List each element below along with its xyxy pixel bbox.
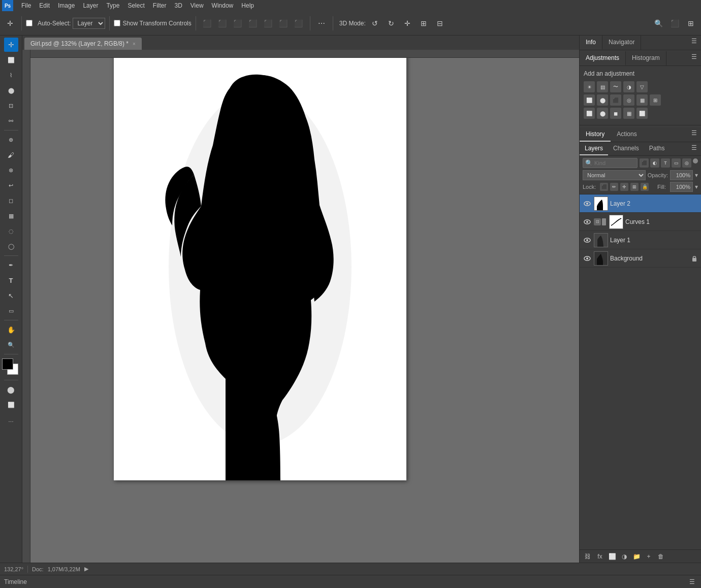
menu-type[interactable]: Type [102, 1, 123, 10]
zoom-tool[interactable]: 🔍 [4, 338, 18, 352]
blend-mode-select[interactable]: Normal Multiply Screen Overlay [583, 170, 646, 180]
threed-rotate-button[interactable]: ↺ [368, 16, 382, 30]
layer-fx-button[interactable]: fx [595, 551, 605, 562]
gradient-tool[interactable]: ▦ [4, 209, 18, 223]
info-tab[interactable]: Info [580, 36, 602, 50]
photofilter-adj-icon[interactable]: ◎ [623, 94, 634, 106]
layer-add-button[interactable]: + [644, 551, 654, 562]
adjustments-tab[interactable]: Adjustments [580, 51, 626, 66]
lasso-tool[interactable]: ⌇ [4, 68, 18, 82]
status-arrow[interactable]: ▶ [84, 566, 88, 572]
channels-tab[interactable]: Channels [608, 142, 644, 155]
eyedropper-tool[interactable]: ⚯ [4, 114, 18, 128]
layer-adjustment-button[interactable]: ◑ [619, 551, 629, 562]
opacity-input[interactable] [670, 170, 693, 180]
layer-item-curves1[interactable]: ⊡ Curves 1 [580, 213, 701, 231]
tab-close-button[interactable]: × [133, 41, 136, 47]
auto-select-dropdown[interactable]: Layer Group [73, 18, 105, 29]
lock-position-icon[interactable]: ✛ [620, 183, 628, 191]
paths-tab[interactable]: Paths [644, 142, 670, 155]
layer1-visibility-toggle[interactable] [583, 236, 592, 245]
heal-tool[interactable]: ⊕ [4, 133, 18, 147]
invert-adj-icon[interactable]: ⬜ [584, 108, 595, 119]
menu-image[interactable]: Image [54, 1, 79, 10]
stamp-tool[interactable]: ⊗ [4, 163, 18, 177]
curves-adj-icon[interactable]: 〜 [610, 81, 621, 92]
distribute-button[interactable]: ⬛ [292, 16, 306, 30]
quick-select-tool[interactable]: ⬤ [4, 83, 18, 97]
info-panel-menu-button[interactable]: ☰ [687, 36, 701, 50]
colorbalance-adj-icon[interactable]: ⬤ [597, 94, 608, 106]
levels-adj-icon[interactable]: ▤ [597, 81, 608, 92]
posterize-adj-icon[interactable]: ⬤ [597, 108, 608, 119]
threed-pan-button[interactable]: ✛ [400, 16, 415, 30]
history-tab[interactable]: History [580, 127, 611, 142]
fill-dropdown-icon[interactable]: ▾ [695, 183, 698, 190]
search-button[interactable]: 🔍 [651, 16, 665, 30]
gradient-map-adj-icon[interactable]: ▦ [623, 108, 634, 119]
layer2-visibility-toggle[interactable] [583, 199, 592, 208]
on-off-filter-icon[interactable] [693, 158, 698, 164]
align-bottom-button[interactable]: ⬛ [276, 16, 291, 30]
threed-slide-button[interactable]: ⊞ [417, 16, 431, 30]
brightness-adj-icon[interactable]: ☀ [584, 81, 595, 92]
kind-filter-input[interactable] [594, 160, 625, 166]
opacity-dropdown-icon[interactable]: ▾ [695, 172, 698, 179]
threshold-adj-icon[interactable]: ◼ [610, 108, 621, 119]
selective-color-adj-icon[interactable]: ⬜ [636, 108, 648, 119]
transform-controls-checkbox[interactable] [114, 20, 120, 26]
actions-tab[interactable]: Actions [611, 127, 643, 142]
bw-adj-icon[interactable]: ⬛ [610, 94, 621, 106]
layer-item-layer2[interactable]: Layer 2 [580, 194, 701, 213]
menu-filter[interactable]: Filter [149, 1, 171, 10]
align-top-button[interactable]: ⬛ [246, 16, 260, 30]
arrange-button[interactable]: ⬛ [667, 16, 682, 30]
align-center-v-button[interactable]: ⬛ [261, 16, 275, 30]
layers-tab[interactable]: Layers [580, 142, 608, 155]
type-filter-icon[interactable]: T [661, 158, 670, 168]
color-swatches[interactable] [2, 358, 20, 378]
document-tab[interactable]: Girl.psd @ 132% (Layer 2, RGB/8) * × [24, 38, 142, 50]
auto-select-checkbox[interactable] [26, 20, 33, 26]
adj-panel-menu-button[interactable]: ☰ [687, 51, 701, 66]
navigator-tab[interactable]: Navigator [602, 36, 641, 50]
vibrance-adj-icon[interactable]: ▽ [636, 81, 648, 92]
document-canvas[interactable]: www.yakymchuk.net [114, 54, 406, 480]
menu-edit[interactable]: Edit [35, 1, 54, 10]
quick-mask-tool[interactable]: ⬤ [4, 382, 18, 397]
dodge-tool[interactable]: ◯ [4, 239, 18, 253]
layer-mask-button[interactable]: ⬜ [607, 551, 617, 562]
pixel-filter-icon[interactable]: ⬛ [640, 158, 649, 168]
lock-all-icon[interactable]: 🔒 [641, 183, 649, 191]
background-visibility-toggle[interactable] [583, 254, 592, 263]
smart-filter-icon[interactable]: ◎ [682, 158, 691, 168]
type-tool[interactable]: T [4, 273, 18, 287]
layers-panel-menu-button[interactable]: ☰ [687, 142, 701, 155]
menu-select[interactable]: Select [123, 1, 148, 10]
channelmix-adj-icon[interactable]: ▦ [636, 94, 648, 106]
history-brush-tool[interactable]: ↩ [4, 178, 18, 192]
fill-input[interactable] [670, 182, 693, 192]
hand-tool[interactable]: ✋ [4, 322, 18, 337]
threed-scale-button[interactable]: ⊟ [433, 16, 447, 30]
shape-tool[interactable]: ▭ [4, 304, 18, 318]
crop-tool[interactable]: ⊡ [4, 99, 18, 113]
lock-image-icon[interactable]: ✏ [610, 183, 618, 191]
align-center-h-button[interactable]: ⬛ [215, 16, 230, 30]
lock-art-board-icon[interactable]: ⊞ [630, 183, 639, 191]
move-tool-button[interactable]: ✛ [3, 16, 17, 30]
menu-view[interactable]: View [186, 1, 208, 10]
blur-tool[interactable]: ◌ [4, 224, 18, 238]
screen-mode-tool[interactable]: ⬜ [4, 398, 18, 412]
menu-layer[interactable]: Layer [79, 1, 102, 10]
pen-tool[interactable]: ✒ [4, 258, 18, 272]
exposure-adj-icon[interactable]: ◑ [623, 81, 634, 92]
workspace-button[interactable]: ⊞ [684, 16, 698, 30]
kind-search-box[interactable]: 🔍 [583, 158, 638, 168]
history-panel-menu-button[interactable]: ☰ [687, 127, 701, 142]
eraser-tool[interactable]: ◻ [4, 193, 18, 208]
lock-transparent-icon[interactable]: ⬛ [600, 183, 608, 191]
colorlookup-adj-icon[interactable]: ⊞ [650, 94, 661, 106]
extra-tool[interactable]: … [4, 413, 18, 427]
transform-controls-label[interactable]: Show Transform Controls [114, 20, 191, 27]
